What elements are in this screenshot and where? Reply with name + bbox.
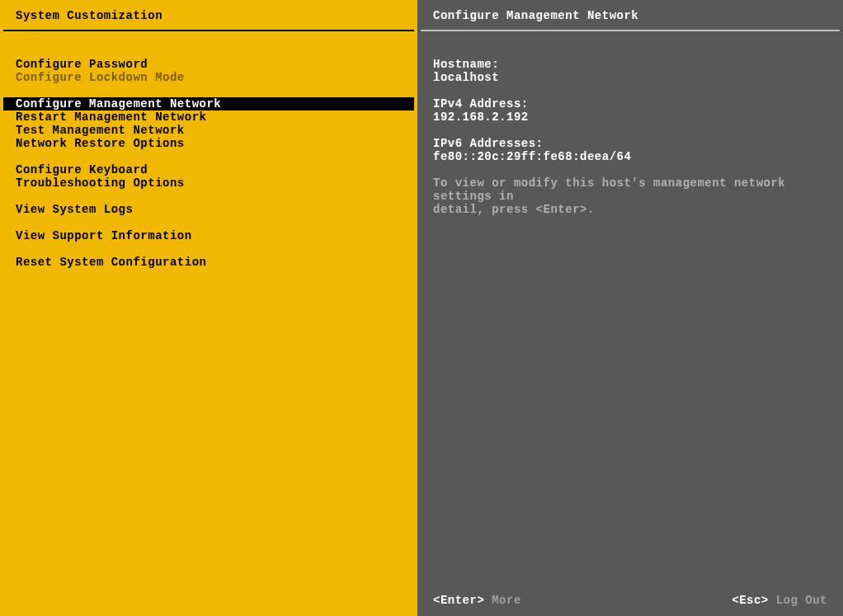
menu-item[interactable]: Test Management Network bbox=[3, 124, 414, 137]
right-panel: Configure Management Network Hostname: l… bbox=[417, 0, 843, 616]
detail-area: Hostname: localhost IPv4 Address: 192.16… bbox=[417, 31, 843, 616]
footer-esc-hint[interactable]: <Esc> Log Out bbox=[732, 594, 827, 607]
menu-item: Configure Lockdown Mode bbox=[3, 71, 414, 84]
menu-item[interactable]: Troubleshooting Options bbox=[3, 176, 414, 190]
menu-list: Configure PasswordConfigure Lockdown Mod… bbox=[0, 31, 417, 616]
hint-line-2: detail, press <Enter>. bbox=[433, 203, 827, 216]
hostname-block: Hostname: localhost bbox=[433, 58, 827, 84]
ipv4-value: 192.168.2.192 bbox=[433, 111, 827, 124]
ipv6-value: fe80::20c:29ff:fe68:deea/64 bbox=[433, 150, 827, 163]
esc-key-label: <Esc> bbox=[732, 594, 769, 607]
menu-spacer bbox=[3, 150, 414, 163]
dcui-screen: System Customization Configure PasswordC… bbox=[0, 0, 843, 616]
menu-item[interactable]: Restart Management Network bbox=[3, 111, 414, 124]
menu-item[interactable]: Network Restore Options bbox=[3, 137, 414, 150]
menu-spacer bbox=[3, 216, 414, 229]
esc-action-label: Log Out bbox=[769, 594, 827, 607]
menu-spacer bbox=[3, 242, 414, 256]
menu-spacer bbox=[3, 190, 414, 203]
menu-item[interactable]: Configure Keyboard bbox=[3, 163, 414, 176]
hostname-value: localhost bbox=[433, 71, 827, 84]
ipv6-block: IPv6 Addresses: fe80::20c:29ff:fe68:deea… bbox=[433, 137, 827, 163]
right-panel-title: Configure Management Network bbox=[417, 0, 843, 30]
ipv4-block: IPv4 Address: 192.168.2.192 bbox=[433, 97, 827, 124]
left-panel-title: System Customization bbox=[0, 0, 417, 30]
menu-spacer bbox=[3, 84, 414, 97]
menu-item[interactable]: Reset System Configuration bbox=[3, 256, 414, 269]
detail-hint: To view or modify this host's management… bbox=[433, 176, 827, 216]
enter-key-label: <Enter> bbox=[433, 594, 484, 607]
hostname-label: Hostname: bbox=[433, 58, 827, 71]
menu-item[interactable]: View System Logs bbox=[3, 203, 414, 216]
enter-action-label: More bbox=[484, 594, 521, 607]
menu-item[interactable]: View Support Information bbox=[3, 229, 414, 242]
left-panel: System Customization Configure PasswordC… bbox=[0, 0, 417, 616]
menu-item[interactable]: Configure Management Network bbox=[3, 97, 414, 111]
menu-item[interactable]: Configure Password bbox=[3, 58, 414, 71]
ipv6-label: IPv6 Addresses: bbox=[433, 137, 827, 150]
footer-enter-hint[interactable]: <Enter> More bbox=[433, 594, 521, 607]
ipv4-label: IPv4 Address: bbox=[433, 97, 827, 111]
hint-line-1: To view or modify this host's management… bbox=[433, 176, 827, 203]
footer-bar: <Enter> More <Esc> Log Out bbox=[417, 594, 843, 607]
